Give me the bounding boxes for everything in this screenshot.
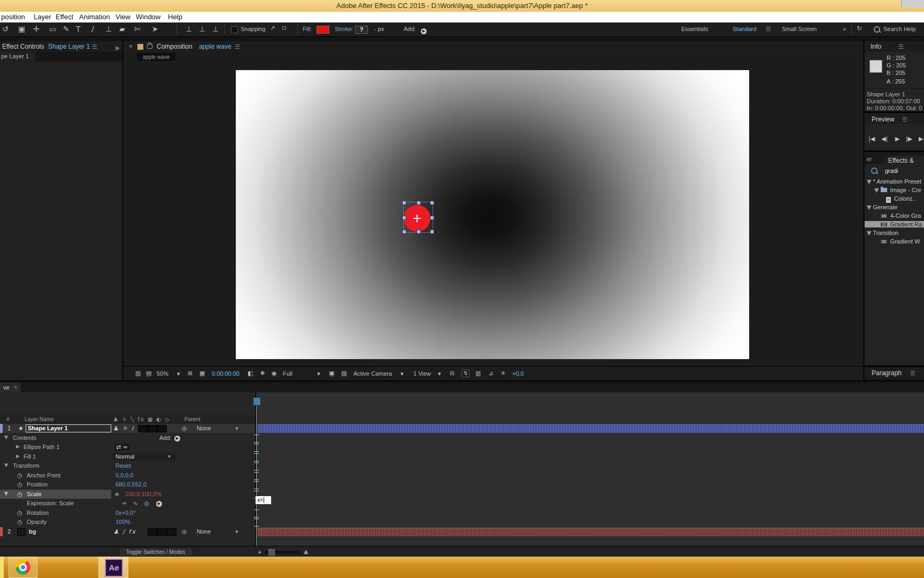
viewer-tab[interactable]: apple wave bbox=[137, 53, 175, 61]
workspace-essentials[interactable]: Essentials bbox=[681, 26, 708, 32]
sync-settings-icon[interactable]: ↻ bbox=[857, 25, 862, 32]
snapping-label[interactable]: Snapping bbox=[241, 26, 266, 32]
tree-animation-presets[interactable]: ▼ * Animation Preset bbox=[867, 178, 921, 185]
layer-row-2-bg[interactable]: 2 bg ♟ ∕ fx ◎ None ▾ bbox=[0, 527, 255, 536]
menu-help[interactable]: Help bbox=[168, 13, 182, 21]
region-of-interest-icon[interactable]: ▣ bbox=[329, 370, 334, 377]
always-preview-icon[interactable]: ▥ bbox=[135, 370, 141, 377]
window-controls[interactable] bbox=[901, 0, 924, 7]
tab-paragraph[interactable]: Paragraph bbox=[872, 369, 902, 377]
expression-editor-field[interactable]: x= bbox=[255, 496, 272, 505]
tree-4-color-gradient[interactable]: 16 4-Color Gra bbox=[881, 212, 921, 219]
blend-mode-select[interactable]: Normal ▾ bbox=[112, 453, 175, 460]
camera-dropdown-icon[interactable]: ▾ bbox=[401, 370, 404, 377]
constrain-proportions-icon[interactable]: ∞ bbox=[114, 491, 119, 498]
puppet-pin-tool-icon[interactable]: ➤ bbox=[152, 25, 158, 33]
tab-effect-controls[interactable]: Effect Controls bbox=[2, 43, 44, 50]
zoom-in-mountain-icon[interactable]: ▲ bbox=[304, 548, 308, 555]
resolution-select[interactable]: Full bbox=[283, 370, 292, 377]
menu-animation[interactable]: Animation bbox=[79, 13, 110, 21]
caret-icon[interactable]: ▼ bbox=[4, 462, 8, 468]
switch-cell[interactable] bbox=[157, 528, 167, 536]
fill-label[interactable]: Fill: bbox=[303, 26, 312, 32]
axis-local-icon[interactable]: ⊥ bbox=[186, 25, 192, 33]
stopwatch-icon[interactable]: ◷ bbox=[17, 481, 22, 488]
taskbar-after-effects-button[interactable]: Ae bbox=[98, 557, 128, 578]
snapping-checkbox[interactable] bbox=[231, 26, 238, 33]
comp-canvas-gradient[interactable] bbox=[236, 70, 749, 359]
search-help-label[interactable]: Search Help bbox=[883, 26, 916, 32]
property-name[interactable]: Rotation bbox=[27, 509, 49, 516]
timeline-track-area[interactable] bbox=[255, 392, 924, 546]
caret-icon[interactable]: ▼ bbox=[4, 435, 8, 440]
toggle-switches-modes-button[interactable]: Toggle Switches / Modes bbox=[119, 547, 192, 557]
col-number[interactable]: # bbox=[6, 416, 10, 422]
property-name[interactable]: Opacity bbox=[27, 519, 47, 525]
flowchart-icon[interactable]: ⊿ bbox=[488, 370, 493, 377]
add-label[interactable]: Add: bbox=[159, 435, 172, 441]
channels-icon[interactable]: ◉ bbox=[272, 370, 277, 377]
prev-frame-button[interactable]: ◀| bbox=[881, 135, 888, 142]
layer1-duration-bar[interactable] bbox=[257, 424, 924, 433]
snap-arrow-icon[interactable]: ↗ bbox=[270, 25, 275, 32]
show-snapshot-icon[interactable]: ❖ bbox=[260, 370, 265, 377]
caret-icon[interactable]: ▶ bbox=[16, 444, 20, 449]
parent-pickwhip-icon[interactable]: ◎ bbox=[182, 425, 187, 432]
workspace-small-screen[interactable]: Small Screen bbox=[782, 26, 817, 32]
menu-composition[interactable]: position bbox=[1, 13, 25, 21]
tree-image-creative[interactable]: ▼ Image - Cre bbox=[874, 187, 921, 194]
type-tool-icon[interactable]: T bbox=[76, 25, 81, 33]
property-row-fill[interactable]: ▶ Fill 1 Normal ▾ bbox=[0, 452, 255, 461]
axis-world-icon[interactable]: ⊥ bbox=[199, 25, 205, 33]
selection-handle[interactable] bbox=[417, 230, 421, 234]
property-row-opacity[interactable]: ◷ Opacity 100% bbox=[0, 518, 255, 527]
property-row-transform[interactable]: ▼ Transform Reset bbox=[0, 461, 255, 470]
expression-play-icon[interactable]: ▶ bbox=[156, 500, 162, 507]
view-layout-select[interactable]: 1 View bbox=[413, 370, 431, 377]
property-row-contents[interactable]: ▼ Contents Add: ▶ bbox=[0, 434, 255, 443]
effects-search-icon[interactable] bbox=[871, 168, 877, 174]
menu-window[interactable]: Window bbox=[136, 13, 160, 21]
property-row-rotation[interactable]: ◷ Rotation 0x+0,0° bbox=[0, 508, 255, 518]
parent-pickwhip-icon[interactable]: ◎ bbox=[182, 528, 187, 535]
layer-name-editbox[interactable]: Shape Layer 1 bbox=[26, 424, 111, 432]
play-button[interactable]: ▶ bbox=[895, 135, 899, 142]
next-frame-button[interactable]: |▶ bbox=[906, 135, 912, 142]
property-row-anchor-point[interactable]: ◷ Anchor Point 0,0,0,0 bbox=[0, 471, 255, 480]
start-button-edge[interactable] bbox=[0, 557, 4, 578]
grid-guides-icon[interactable]: ⊞ bbox=[188, 370, 192, 377]
panel-menu-icon[interactable]: ☰ bbox=[92, 43, 97, 50]
workspace-overflow-icon[interactable]: » bbox=[843, 26, 846, 33]
mask-visibility-icon[interactable]: ▦ bbox=[199, 370, 205, 377]
fast-previews-icon[interactable]: ↯ bbox=[461, 369, 469, 377]
path-direction-toggles[interactable]: ⇄ ≈ bbox=[114, 444, 129, 451]
add-label[interactable]: Add: bbox=[404, 26, 416, 32]
pixel-aspect-icon[interactable]: ⊟ bbox=[450, 370, 455, 377]
timeline-tab-close-icon[interactable]: × bbox=[14, 384, 17, 390]
property-name[interactable]: Fill 1 bbox=[24, 453, 36, 460]
col-layer-name[interactable]: Layer Name bbox=[25, 416, 53, 422]
camera-select[interactable]: Active Camera bbox=[353, 370, 392, 377]
add-play-icon[interactable]: ▶ bbox=[174, 435, 180, 442]
bg-duration-bar[interactable] bbox=[257, 528, 924, 536]
camera-tool-icon[interactable]: ▣ bbox=[18, 25, 25, 33]
selection-handle[interactable] bbox=[430, 216, 434, 220]
pan-behind-tool-icon[interactable]: ✛ bbox=[33, 25, 40, 33]
exposure-offset[interactable]: +0,0 bbox=[512, 370, 524, 377]
timeline-button-icon[interactable]: ▥ bbox=[475, 370, 481, 377]
zoom-level[interactable]: 50% bbox=[157, 370, 168, 377]
stopwatch-icon[interactable]: ◷ bbox=[17, 491, 22, 498]
menu-view[interactable]: View bbox=[116, 13, 130, 21]
switch-cell[interactable] bbox=[157, 425, 167, 432]
stopwatch-icon[interactable]: ◷ bbox=[17, 509, 22, 516]
tree-generate[interactable]: ▼ Generate bbox=[867, 204, 897, 211]
selection-handle[interactable] bbox=[402, 216, 406, 220]
tab-preview[interactable]: Preview bbox=[872, 116, 895, 123]
cti-line[interactable] bbox=[256, 405, 257, 546]
layer-row-1[interactable]: 1 ★ Shape Layer 1 ♟ ☼ ∕ ◎ None ▾ bbox=[0, 424, 255, 433]
titlebar[interactable]: Adobe After Effects CC 2015 - D:\Work\Il… bbox=[0, 0, 924, 12]
menu-layer[interactable]: Layer bbox=[34, 13, 51, 21]
property-name[interactable]: Ellipse Path 1 bbox=[24, 444, 59, 450]
switch-cell[interactable] bbox=[148, 528, 157, 536]
panel-menu-icon[interactable]: ☰ bbox=[902, 116, 907, 123]
